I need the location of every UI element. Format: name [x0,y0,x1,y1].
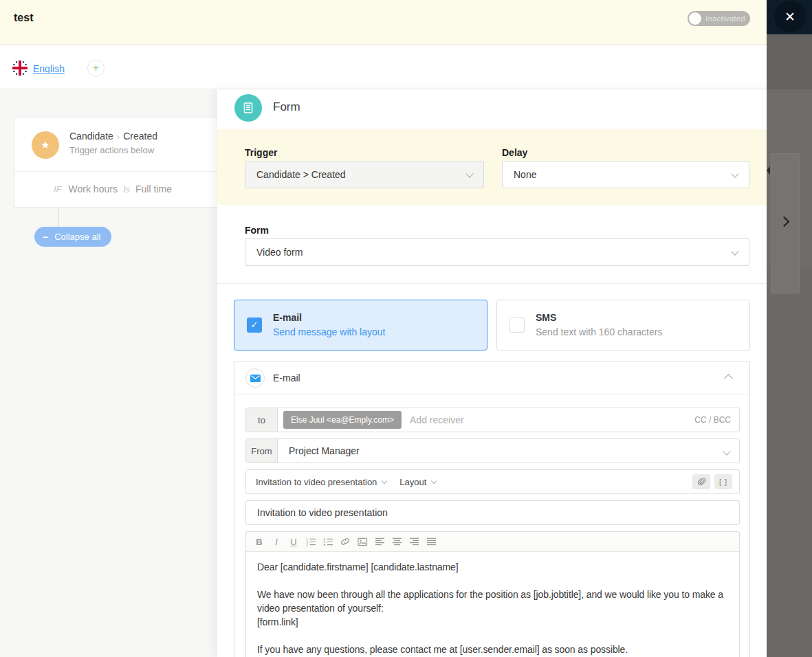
panel-header: Form [217,89,767,129]
condition-value: Full time [135,183,172,194]
delay-field-label: Delay [502,147,527,158]
form-field-label: Form [245,225,269,236]
paperclip-icon [697,478,706,487]
rte-toolbar: B I U [246,532,739,552]
template-select[interactable]: Invitation to video presentation [256,477,386,487]
uk-flag-icon [12,60,28,76]
ordered-list-icon[interactable] [305,536,316,547]
trigger-settings-section: Trigger Candidate > Created Delay None [217,129,767,205]
toggle-knob-icon [689,12,701,25]
if-label: IF [54,184,62,194]
align-right-icon[interactable] [408,536,419,547]
subject-field [245,500,740,525]
activation-toggle[interactable]: Inactivated [688,11,750,26]
workflow-connector-line [58,208,59,227]
underline-icon[interactable]: U [288,536,299,547]
is-label: Is [123,184,130,194]
italic-icon[interactable]: I [271,536,282,547]
subject-input[interactable] [246,501,739,524]
merge-fields-button[interactable]: [ ] [714,474,732,489]
language-link[interactable]: English [33,63,65,74]
chevron-down-icon [731,170,738,177]
workflow-sidebar: ★ Candidate›Created Trigger actions belo… [0,89,217,657]
form-select[interactable]: Video form [245,238,749,266]
email-channel-card[interactable]: ✓ E-mail Send message with layout [234,300,487,350]
chevron-right-icon [779,216,790,227]
condition-row[interactable]: IFWork hoursIsFull time [14,172,219,207]
automation-editor-window: test Inactivated English + ★ Candidate›C… [0,0,812,657]
email-editor-card: E-mail to Else Juul <ea@Emply.com> CC / … [234,361,750,657]
chevron-up-icon[interactable] [724,374,733,383]
document-icon [243,102,254,113]
from-value: Project Manager [289,445,360,456]
trigger-select-value: Candidate > Created [256,169,346,180]
template-select-value: Invitation to video presentation [256,477,377,487]
email-checkbox[interactable]: ✓ [247,318,262,333]
form-action-icon [234,94,262,122]
trigger-node-card: ★ Candidate›Created Trigger actions belo… [14,117,220,208]
panel-title: Form [273,100,300,114]
close-button[interactable]: ✕ [774,1,806,32]
rich-text-editor: B I U [245,531,740,657]
envelope-icon [250,375,261,382]
email-channel-label: E-mail [273,312,302,323]
backdrop-band [767,34,812,89]
from-field[interactable]: From Project Manager [245,438,740,463]
sms-checkbox[interactable] [509,318,525,333]
layout-select[interactable]: Layout [399,477,436,487]
toggle-label: Inactivated [705,14,745,23]
to-field: to Else Juul <ea@Emply.com> CC / BCC [245,408,740,432]
email-body-editor[interactable]: Dear [candidate.firstname] [candidate.la… [246,552,739,656]
cc-bcc-button[interactable]: CC / BCC [694,415,731,425]
body-line [257,629,728,643]
delay-select[interactable]: None [502,161,749,188]
side-drawer-toggle[interactable] [771,153,800,293]
sms-channel-description: Send text with 160 characters [536,326,662,337]
email-editor-header[interactable]: E-mail [234,361,749,394]
collapse-all-button[interactable]: − Collapse all [34,227,111,247]
automation-title: test [14,12,33,24]
attachment-button[interactable] [692,474,710,489]
template-toolbar: Invitation to video presentation Layout … [245,469,740,494]
add-receiver-input[interactable] [410,414,694,425]
minus-icon: − [43,232,48,243]
body-line: [form.link] [257,615,728,629]
breadcrumb-separator-icon: › [117,131,120,142]
sms-channel-card[interactable]: SMS Send text with 160 characters [496,300,750,350]
email-channel-description: Send message with layout [273,326,385,337]
form-select-value: Video form [256,247,303,258]
sms-channel-label: SMS [536,312,556,323]
link-icon[interactable] [340,536,351,547]
add-language-button[interactable]: + [87,60,105,77]
body-line: If you have any questions, please contac… [257,643,728,656]
trigger-node-title: Candidate›Created [69,131,157,142]
chevron-down-icon [465,170,473,177]
chevron-down-icon [731,247,738,255]
delay-select-value: None [514,169,536,180]
email-editor-title: E-mail [273,372,300,383]
body-line: Dear [candidate.firstname] [candidate.la… [257,560,728,574]
trigger-node-row[interactable]: ★ Candidate›Created Trigger actions belo… [14,118,219,172]
language-bar [0,45,767,89]
trigger-field-label: Trigger [245,147,277,158]
layout-select-label: Layout [399,477,426,487]
titlebar: test Inactivated [0,0,767,45]
body-line [257,574,728,588]
trigger-entity: Candidate [69,131,113,142]
unordered-list-icon[interactable] [322,536,333,547]
bold-icon[interactable]: B [254,536,265,547]
section-divider [217,283,767,284]
envelope-circle [245,368,265,388]
align-center-icon[interactable] [391,536,402,547]
to-label: to [246,408,278,432]
recipient-tag[interactable]: Else Juul <ea@Emply.com> [283,411,402,429]
align-left-icon[interactable] [374,536,385,547]
modal-backdrop: ✕ [767,0,812,657]
trigger-select[interactable]: Candidate > Created [245,161,484,188]
chevron-down-icon [723,447,730,455]
chevron-down-icon [382,478,387,483]
trigger-node-subtitle: Trigger actions below [69,145,154,155]
justify-icon[interactable] [426,536,437,547]
image-icon[interactable] [357,536,368,547]
collapse-all-label: Collapse all [54,232,100,242]
